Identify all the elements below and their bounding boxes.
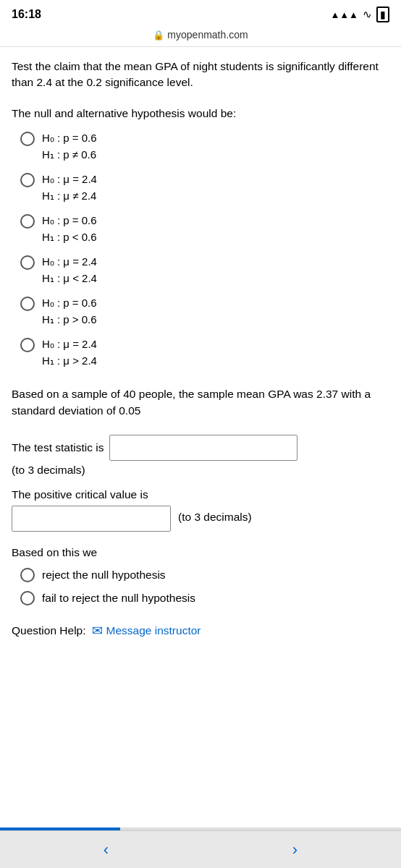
based-on-label: Based on this we	[12, 546, 389, 559]
h1-option-1: H₁ : p ≠ 0.6	[42, 147, 97, 163]
test-statistic-label: The test statistic is	[12, 441, 104, 454]
status-icons: ▲▲▲ ∿ ▮	[330, 7, 389, 22]
hypothesis-text-6: H₀ : μ = 2.4 H₁ : μ > 2.4	[42, 336, 97, 369]
critical-value-input[interactable]	[12, 506, 171, 532]
test-statistic-note: (to 3 decimals)	[12, 464, 389, 477]
message-instructor-text: Message instructor	[106, 624, 201, 637]
h0-option-2: H₀ : μ = 2.4	[42, 171, 97, 188]
question-help-label: Question Help:	[12, 624, 86, 637]
critical-value-note: (to 3 decimals)	[178, 511, 252, 524]
radio-fail[interactable]	[20, 591, 35, 605]
h0-option-1: H₀ : p = 0.6	[42, 130, 97, 147]
decision-option-reject[interactable]: reject the null hypothesis	[20, 568, 389, 582]
bottom-nav-bar: ‹ ›	[0, 830, 401, 868]
hypothesis-option-3[interactable]: H₀ : p = 0.6 H₁ : p < 0.6	[20, 213, 389, 245]
forward-button[interactable]: ›	[287, 835, 303, 865]
test-statistic-input[interactable]	[109, 435, 297, 461]
lock-icon: 🔒	[153, 30, 164, 41]
hypothesis-text-5: H₀ : p = 0.6 H₁ : p > 0.6	[42, 295, 97, 328]
hypothesis-question: The null and alternative hypothesis woul…	[12, 106, 389, 122]
signal-icon: ▲▲▲	[330, 9, 358, 20]
main-content: Test the claim that the mean GPA of nigh…	[0, 47, 401, 697]
hypothesis-option-6[interactable]: H₀ : μ = 2.4 H₁ : μ > 2.4	[20, 336, 389, 369]
radio-option-4[interactable]	[20, 255, 35, 270]
intro-paragraph: Test the claim that the mean GPA of nigh…	[12, 59, 389, 91]
status-time: 16:18	[12, 8, 41, 21]
critical-value-row: (to 3 decimals)	[12, 506, 389, 532]
hypothesis-option-1[interactable]: H₀ : p = 0.6 H₁ : p ≠ 0.6	[20, 130, 389, 163]
decision-option-fail[interactable]: fail to reject the null hypothesis	[20, 591, 389, 605]
hypothesis-text-1: H₀ : p = 0.6 H₁ : p ≠ 0.6	[42, 130, 97, 163]
h0-option-5: H₀ : p = 0.6	[42, 295, 97, 312]
h0-option-3: H₀ : p = 0.6	[42, 213, 97, 229]
h1-option-3: H₁ : p < 0.6	[42, 229, 97, 246]
radio-option-2[interactable]	[20, 173, 35, 187]
test-statistic-section: The test statistic is (to 3 decimals)	[12, 435, 389, 477]
decision-section: Based on this we reject the null hypothe…	[12, 546, 389, 605]
sample-info: Based on a sample of 40 people, the samp…	[12, 386, 389, 419]
h0-option-4: H₀ : μ = 2.4	[42, 254, 97, 271]
radio-option-6[interactable]	[20, 338, 35, 352]
message-instructor-link[interactable]: ✉ Message instructor	[92, 623, 201, 639]
h0-option-6: H₀ : μ = 2.4	[42, 336, 97, 353]
battery-icon: ▮	[376, 7, 389, 22]
radio-option-1[interactable]	[20, 132, 35, 146]
hypothesis-option-5[interactable]: H₀ : p = 0.6 H₁ : p > 0.6	[20, 295, 389, 328]
wifi-icon: ∿	[363, 8, 372, 21]
critical-value-section: The positive critical value is (to 3 dec…	[12, 488, 389, 532]
status-bar: 16:18 ▲▲▲ ∿ ▮	[0, 0, 401, 26]
h1-option-6: H₁ : μ > 2.4	[42, 353, 97, 370]
url-text: myopenmath.com	[167, 29, 248, 41]
hypothesis-option-4[interactable]: H₀ : μ = 2.4 H₁ : μ < 2.4	[20, 254, 389, 286]
mail-icon: ✉	[92, 623, 103, 639]
hypothesis-options-group: H₀ : p = 0.6 H₁ : p ≠ 0.6 H₀ : μ = 2.4 H…	[20, 130, 389, 369]
h1-option-5: H₁ : p > 0.6	[42, 312, 97, 328]
h1-option-4: H₁ : μ < 2.4	[42, 271, 97, 287]
hypothesis-text-2: H₀ : μ = 2.4 H₁ : μ ≠ 2.4	[42, 171, 97, 204]
hypothesis-text-3: H₀ : p = 0.6 H₁ : p < 0.6	[42, 213, 97, 245]
test-statistic-row: The test statistic is	[12, 435, 389, 461]
back-button[interactable]: ‹	[98, 835, 114, 865]
h1-option-2: H₁ : μ ≠ 2.4	[42, 188, 97, 205]
radio-option-5[interactable]	[20, 297, 35, 311]
hypothesis-option-2[interactable]: H₀ : μ = 2.4 H₁ : μ ≠ 2.4	[20, 171, 389, 204]
hypothesis-text-4: H₀ : μ = 2.4 H₁ : μ < 2.4	[42, 254, 97, 286]
fail-label: fail to reject the null hypothesis	[42, 592, 195, 605]
radio-option-3[interactable]	[20, 214, 35, 229]
critical-value-label: The positive critical value is	[12, 488, 389, 501]
radio-reject[interactable]	[20, 568, 35, 582]
question-help: Question Help: ✉ Message instructor	[12, 623, 389, 639]
reject-label: reject the null hypothesis	[42, 569, 166, 582]
address-bar[interactable]: 🔒 myopenmath.com	[0, 26, 401, 47]
